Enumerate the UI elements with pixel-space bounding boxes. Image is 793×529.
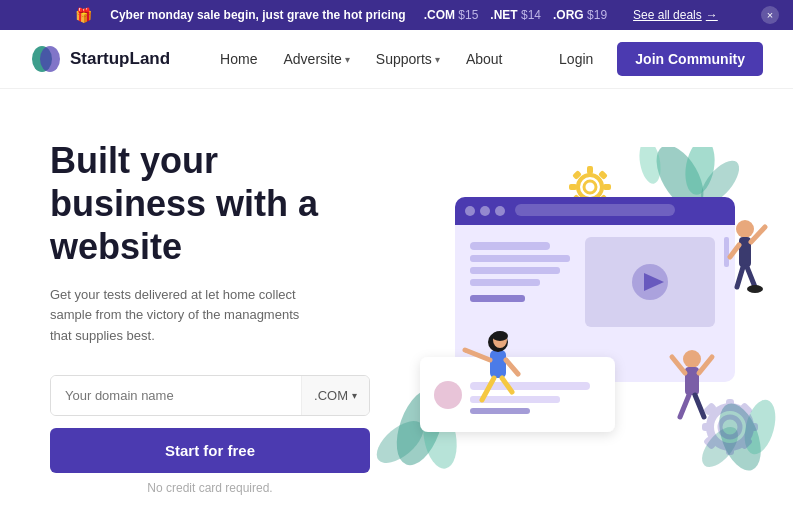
svg-line-56 <box>737 267 743 287</box>
svg-rect-32 <box>515 204 675 216</box>
svg-line-71 <box>680 395 689 417</box>
svg-point-52 <box>736 220 754 238</box>
svg-rect-28 <box>470 255 570 262</box>
chevron-down-icon: ▾ <box>345 54 350 65</box>
svg-rect-44 <box>726 399 734 411</box>
svg-rect-14 <box>587 166 593 174</box>
svg-rect-29 <box>470 267 560 274</box>
svg-point-58 <box>747 285 763 293</box>
svg-rect-31 <box>470 295 525 302</box>
arrow-right-icon: → <box>706 8 718 22</box>
hero-illustration <box>370 147 743 487</box>
svg-point-62 <box>492 331 508 341</box>
no-credit-text: No credit card required. <box>50 481 370 495</box>
banner-domain-org: .ORG $19 <box>553 8 607 22</box>
svg-rect-46 <box>702 423 714 431</box>
logo-icon <box>30 43 62 75</box>
join-community-button[interactable]: Join Community <box>617 42 763 76</box>
nav-adversite[interactable]: Adversite ▾ <box>273 45 359 73</box>
svg-rect-41 <box>470 408 530 414</box>
illustration-svg <box>370 147 790 487</box>
nav-adversite-label: Adversite <box>283 51 341 67</box>
hero-title: Built your business with a website <box>50 139 370 269</box>
see-all-label: See all deals <box>633 8 702 22</box>
hero-section: Built your business with a website Get y… <box>0 89 793 525</box>
navbar: StartupLand Home Adversite ▾ Supports ▾ … <box>0 30 793 89</box>
svg-line-72 <box>695 395 704 417</box>
nav-supports[interactable]: Supports ▾ <box>366 45 450 73</box>
svg-rect-47 <box>746 423 758 431</box>
gift-icon: 🎁 <box>75 7 92 23</box>
svg-point-1 <box>40 46 60 72</box>
bottom-section: Ideal solutions for you Didn't find what… <box>0 525 793 529</box>
nav-links: Home Adversite ▾ Supports ▾ About <box>210 45 547 73</box>
nav-actions: Login Join Community <box>547 42 763 76</box>
svg-point-26 <box>495 206 505 216</box>
svg-rect-45 <box>726 443 734 455</box>
logo-text: StartupLand <box>70 49 170 69</box>
svg-point-12 <box>578 175 602 199</box>
nav-about-label: About <box>466 51 503 67</box>
banner-domains: .COM $15 .NET $14 .ORG $19 <box>424 8 607 22</box>
start-free-button[interactable]: Start for free <box>50 428 370 473</box>
svg-rect-30 <box>470 279 540 286</box>
nav-about[interactable]: About <box>456 45 513 73</box>
banner-domain-net: .NET $14 <box>490 8 541 22</box>
nav-home[interactable]: Home <box>210 45 267 73</box>
chevron-down-icon-2: ▾ <box>435 54 440 65</box>
svg-point-25 <box>480 206 490 216</box>
svg-point-67 <box>683 350 701 368</box>
banner-see-all-link[interactable]: See all deals → <box>633 8 718 22</box>
hero-subtitle: Get your tests delivered at let home col… <box>50 285 310 347</box>
banner-close-button[interactable]: × <box>761 6 779 24</box>
logo[interactable]: StartupLand <box>30 43 170 75</box>
svg-line-57 <box>747 267 755 287</box>
svg-rect-27 <box>470 242 550 250</box>
banner-domain-com: .COM $15 <box>424 8 479 22</box>
top-banner: 🎁 Cyber monday sale begin, just grave th… <box>0 0 793 30</box>
banner-sale-text: Cyber monday sale begin, just grave the … <box>110 8 405 22</box>
domain-input-row: .COM ▾ <box>50 375 370 416</box>
domain-ext-label: .COM <box>314 388 348 403</box>
ext-chevron-icon: ▾ <box>352 390 357 401</box>
svg-point-13 <box>584 181 596 193</box>
login-button[interactable]: Login <box>547 45 605 73</box>
svg-rect-59 <box>490 350 506 378</box>
nav-supports-label: Supports <box>376 51 432 67</box>
domain-ext-selector[interactable]: .COM ▾ <box>301 376 369 415</box>
hero-content: Built your business with a website Get y… <box>50 139 370 495</box>
svg-rect-17 <box>603 184 611 190</box>
nav-home-label: Home <box>220 51 257 67</box>
svg-rect-36 <box>724 237 729 267</box>
svg-rect-16 <box>569 184 577 190</box>
svg-point-38 <box>434 381 462 409</box>
svg-point-24 <box>465 206 475 216</box>
domain-input[interactable] <box>51 376 301 415</box>
svg-rect-68 <box>685 367 699 395</box>
